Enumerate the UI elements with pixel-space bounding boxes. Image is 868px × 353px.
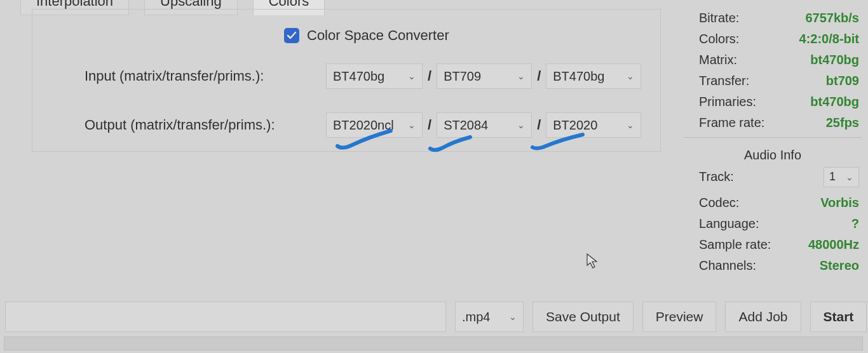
status-bar xyxy=(4,336,863,350)
codec-value: Vorbis xyxy=(820,196,859,210)
matrix-label: Matrix: xyxy=(699,53,737,67)
chevron-down-icon: ⌄ xyxy=(627,120,634,130)
separator: / xyxy=(537,117,541,133)
output-extension-select[interactable]: .mp4⌄ xyxy=(455,302,524,332)
language-value: ? xyxy=(851,216,859,231)
framerate-value: 25fps xyxy=(826,116,859,130)
info-sidebar: Bitrate:6757kb/s Colors:4:2:0/8-bit Matr… xyxy=(684,0,862,276)
preview-button[interactable]: Preview xyxy=(642,302,717,332)
output-prims-select[interactable]: BT2020⌄ xyxy=(546,112,641,138)
bitrate-value: 6757kb/s xyxy=(805,11,859,25)
colors-value: 4:2:0/8-bit xyxy=(799,32,859,46)
language-label: Language: xyxy=(699,216,759,231)
save-output-button[interactable]: Save Output xyxy=(532,302,634,332)
chevron-down-icon: ⌄ xyxy=(517,71,525,81)
output-transfer-select[interactable]: ST2084⌄ xyxy=(437,112,532,138)
input-prims-select[interactable]: BT470bg⌄ xyxy=(546,63,641,89)
colors-label: Colors: xyxy=(699,32,739,46)
separator: / xyxy=(428,117,431,133)
primaries-value: bt470bg xyxy=(810,95,859,109)
samplerate-value: 48000Hz xyxy=(808,237,859,252)
separator: / xyxy=(537,68,541,84)
colors-panel: Color Space Converter Input (matrix/tran… xyxy=(32,9,661,152)
audio-info-heading: Audio Info xyxy=(684,142,862,166)
bottom-bar: .mp4⌄ Save Output Preview Add Job Start xyxy=(0,300,868,333)
chevron-down-icon: ⌄ xyxy=(517,120,525,130)
audio-track-select[interactable]: 1⌄ xyxy=(824,167,859,187)
output-matrix-select[interactable]: BT2020ncl⌄ xyxy=(326,112,423,138)
chevron-down-icon: ⌄ xyxy=(846,172,853,182)
framerate-label: Frame rate: xyxy=(699,116,764,130)
color-space-converter-checkbox[interactable] xyxy=(284,28,299,43)
primaries-label: Primaries: xyxy=(699,95,756,109)
separator: / xyxy=(428,68,431,84)
start-button[interactable]: Start xyxy=(810,302,867,332)
input-transfer-select[interactable]: BT709⌄ xyxy=(437,63,532,89)
transfer-label: Transfer: xyxy=(699,74,749,88)
samplerate-label: Sample rate: xyxy=(699,237,771,252)
check-icon xyxy=(287,30,297,41)
transfer-value: bt709 xyxy=(826,74,859,88)
color-space-converter-label: Color Space Converter xyxy=(307,27,449,44)
chevron-down-icon: ⌄ xyxy=(408,71,416,81)
channels-value: Stereo xyxy=(820,258,859,273)
output-path-input[interactable] xyxy=(5,302,446,332)
matrix-value: bt470bg xyxy=(810,53,859,67)
input-row-label: Input (matrix/transfer/prims.): xyxy=(85,68,326,84)
chevron-down-icon: ⌄ xyxy=(509,312,517,322)
chevron-down-icon: ⌄ xyxy=(408,120,416,130)
track-label: Track: xyxy=(699,170,734,184)
add-job-button[interactable]: Add Job xyxy=(725,302,801,332)
input-matrix-select[interactable]: BT470bg⌄ xyxy=(326,63,423,89)
bitrate-label: Bitrate: xyxy=(699,11,739,25)
chevron-down-icon: ⌄ xyxy=(627,71,634,81)
channels-label: Channels: xyxy=(699,258,756,273)
output-row-label: Output (matrix/transfer/prims.): xyxy=(85,117,326,133)
codec-label: Codec: xyxy=(699,196,739,210)
